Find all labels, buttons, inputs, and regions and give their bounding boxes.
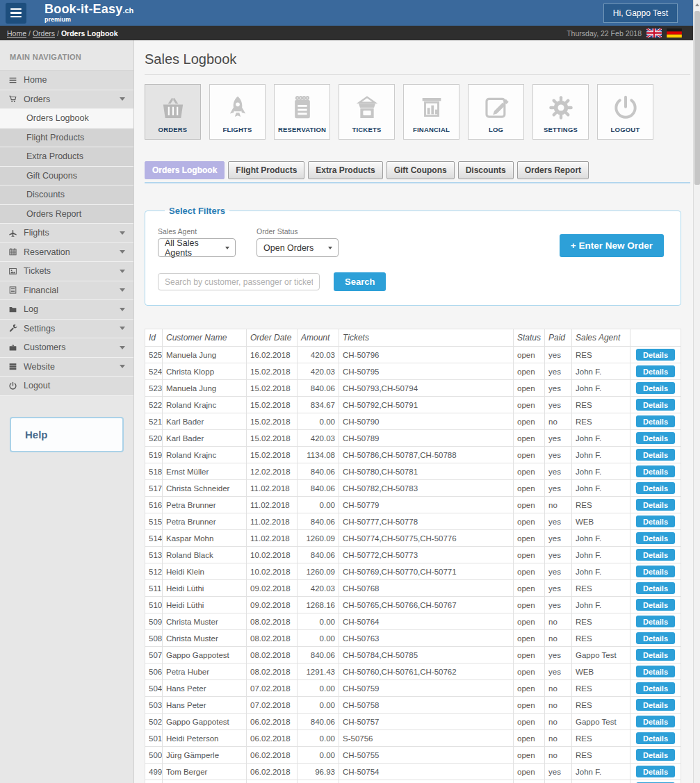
toolbar-button[interactable]: LOG	[468, 84, 524, 140]
tab[interactable]: Orders Report	[517, 161, 589, 179]
uk-flag-icon[interactable]	[646, 28, 662, 38]
table-row: 504 Hans Peter 07.02.2018 0.00 CH-50759 …	[145, 680, 681, 697]
tab[interactable]: Extra Products	[308, 161, 382, 179]
sidebar-item[interactable]: Flight Products	[0, 129, 133, 148]
table-header-row: Id Customer Name Order Date Amount Ticke…	[145, 329, 681, 347]
details-button[interactable]: Details	[636, 582, 675, 594]
tab-label: Gift Coupons	[394, 165, 447, 175]
cell-sales-agent: RES	[572, 413, 630, 430]
sidebar-item[interactable]: Home	[0, 71, 133, 90]
details-button[interactable]: Details	[636, 499, 675, 511]
tab[interactable]: Orders Logbook	[145, 161, 225, 179]
cell-status: open	[514, 347, 545, 363]
user-menu-button[interactable]: Hi, Gappo Test	[603, 3, 678, 23]
sidebar-item[interactable]: Financial	[0, 281, 133, 301]
enter-new-order-button[interactable]: + Enter New Order	[560, 234, 664, 257]
cell-tickets: CH-50774,CH-50775,CH-50776	[339, 530, 514, 547]
sales-agent-value: All Sales Agents	[165, 238, 220, 258]
details-button[interactable]: Details	[636, 666, 675, 677]
cell-id: 501	[145, 730, 163, 747]
cell-amount: 1260.09	[298, 530, 339, 547]
sidebar-item[interactable]: Gift Coupons	[0, 167, 133, 186]
order-status-select[interactable]: Open Orders	[257, 238, 339, 257]
details-button[interactable]: Details	[636, 716, 675, 727]
sidebar-item[interactable]: Orders	[0, 90, 133, 110]
cell-customer-name: Roland Krajnc	[163, 397, 247, 413]
cell-amount: 420.03	[298, 430, 339, 447]
search-input[interactable]	[158, 273, 320, 290]
sidebar-item[interactable]: Flights	[0, 224, 133, 243]
breadcrumb-home-link[interactable]: Home	[7, 29, 26, 38]
details-button[interactable]: Details	[636, 549, 675, 561]
sidebar-item[interactable]: Tickets	[0, 262, 133, 281]
tab[interactable]: Discounts	[458, 161, 514, 179]
details-button[interactable]: Details	[636, 365, 675, 377]
details-button[interactable]: Details	[636, 699, 675, 711]
toolbar-button[interactable]: RESERVATION	[274, 84, 330, 140]
cell-id: 515	[145, 513, 163, 530]
cell-paid: yes	[545, 480, 572, 497]
cell-tickets: CH-50765,CH-50766,CH-50767	[339, 597, 514, 613]
details-button[interactable]: Details	[636, 415, 675, 427]
tab[interactable]: Flight Products	[228, 161, 304, 179]
toolbar-button-label: RESERVATION	[278, 126, 326, 133]
details-button[interactable]: Details	[636, 465, 675, 477]
details-button[interactable]: Details	[636, 599, 675, 611]
menu-toggle-icon[interactable]	[6, 3, 26, 24]
details-button[interactable]: Details	[636, 616, 675, 627]
sidebar-item[interactable]: Orders Report	[0, 205, 133, 224]
cell-order-date: 15.02.2018	[247, 380, 298, 397]
column-header: Paid	[545, 329, 572, 347]
details-button[interactable]: Details	[636, 766, 675, 777]
sidebar-item[interactable]: Customers	[0, 338, 133, 358]
details-button[interactable]: Details	[636, 482, 675, 494]
germany-flag-icon[interactable]	[667, 28, 682, 38]
sidebar-item[interactable]: Orders Logbook	[0, 109, 133, 129]
cell-amount: 1260.09	[298, 563, 339, 580]
list-icon	[8, 286, 17, 295]
sidebar-item[interactable]: Discounts	[0, 186, 133, 205]
table-row: 508 Christa Muster 08.02.2018 0.00 CH-50…	[145, 630, 681, 647]
details-button[interactable]: Details	[636, 566, 675, 577]
cell-paid: yes	[545, 447, 572, 463]
details-button[interactable]: Details	[636, 732, 675, 744]
details-button[interactable]: Details	[636, 649, 675, 661]
toolbar-button[interactable]: ORDERS	[145, 84, 201, 140]
sales-agent-select[interactable]: All Sales Agents	[158, 238, 236, 257]
details-button[interactable]: Details	[636, 749, 675, 761]
cell-customer-name: Gappo Gappotest	[163, 647, 247, 664]
details-button[interactable]: Details	[636, 516, 675, 527]
vertical-scrollbar[interactable]	[693, 0, 700, 783]
tab[interactable]: Gift Coupons	[386, 161, 455, 179]
scrollbar-thumb[interactable]	[694, 11, 700, 185]
toolbar-button[interactable]: FINANCIAL	[403, 84, 459, 140]
sidebar-item[interactable]: Website	[0, 358, 133, 377]
toolbar-button[interactable]: TICKETS	[339, 84, 395, 140]
details-button[interactable]: Details	[636, 399, 675, 411]
toolbar-button[interactable]: FLIGHTS	[209, 84, 266, 140]
cell-actions: Details	[630, 714, 681, 730]
sidebar-item[interactable]: Extra Products	[0, 147, 133, 167]
help-button[interactable]: Help	[10, 417, 124, 452]
sidebar-item[interactable]: Settings	[0, 320, 133, 339]
details-button[interactable]: Details	[636, 532, 675, 544]
details-button[interactable]: Details	[636, 432, 675, 444]
scrollbar-up-arrow-icon[interactable]	[694, 0, 700, 10]
details-button[interactable]: Details	[636, 682, 675, 694]
breadcrumb-orders-link[interactable]: Orders	[33, 29, 55, 38]
toolbar-button[interactable]: LOGOUT	[597, 84, 653, 140]
sidebar-item[interactable]: Logout	[0, 377, 133, 396]
cell-status: open	[514, 363, 545, 380]
cell-id: 504	[145, 680, 163, 697]
search-button[interactable]: Search	[334, 272, 386, 291]
details-button[interactable]: Details	[636, 349, 675, 361]
details-button[interactable]: Details	[636, 632, 675, 644]
sidebar-item[interactable]: Log	[0, 300, 133, 320]
details-button[interactable]: Details	[636, 449, 675, 461]
toolbar-button[interactable]: SETTINGS	[532, 84, 589, 140]
sidebar-item-label: Orders Logbook	[26, 113, 89, 123]
column-header: Id	[145, 329, 163, 347]
chevron-down-icon	[120, 346, 125, 349]
sidebar-item[interactable]: Reservation	[0, 243, 133, 263]
details-button[interactable]: Details	[636, 382, 675, 394]
